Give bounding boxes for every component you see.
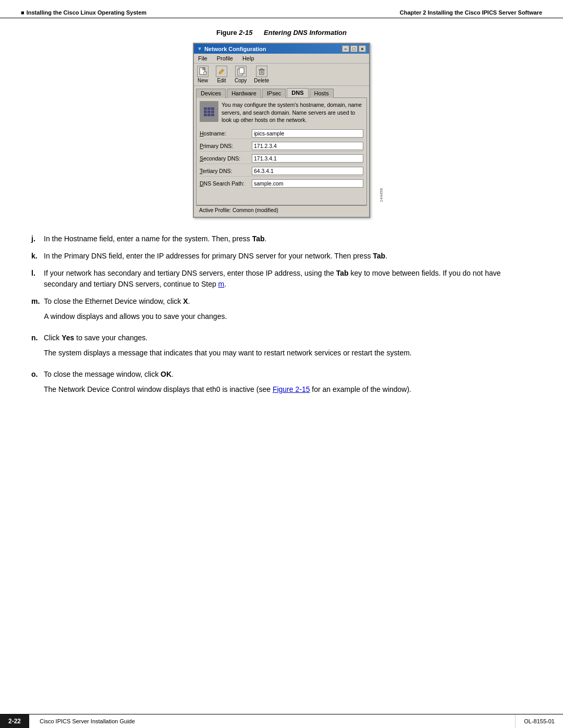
tab-dns[interactable]: DNS (287, 88, 308, 97)
step-l: l. If your network has secondary and ter… (31, 268, 532, 290)
delete-label: Delete (254, 78, 269, 83)
window-menubar: File Profile Help (194, 54, 369, 64)
tab-devices[interactable]: Devices (196, 89, 226, 98)
info-description: You may configure the system's hostname,… (222, 101, 363, 124)
page-header: ■ Installing the Cisco Linux Operating S… (0, 0, 563, 18)
step-m-link[interactable]: m (218, 280, 225, 288)
tertiary-dns-row: Tertiary DNS: (200, 166, 363, 177)
window-title: Network Configuration (204, 46, 266, 52)
step-l-letter: l. (31, 268, 40, 290)
step-n-content: Click Yes to save your changes. The syst… (44, 332, 532, 363)
figure-number: Figure (216, 29, 239, 36)
step-k-content: In the Primary DNS field, enter the IP a… (44, 251, 532, 262)
window-tabs: Devices Hardware IPsec DNS Hosts (194, 86, 369, 97)
menu-file[interactable]: File (196, 55, 210, 62)
edit-label: Edit (217, 78, 226, 83)
netconfig-window: ▼ Network Configuration − □ × File Profi… (193, 43, 370, 218)
dns-search-row: DNS Search Path: (200, 178, 363, 189)
window-titlebar: ▼ Network Configuration − □ × (194, 44, 369, 54)
figure-number-value: 2-15 (239, 29, 252, 36)
window-statusbar: Active Profile: Common (modified) (196, 205, 367, 215)
tertiary-dns-input[interactable] (252, 167, 363, 175)
hostname-row: Hostname: (200, 128, 363, 139)
step-n: n. Click Yes to save your changes. The s… (31, 332, 532, 363)
delete-button[interactable]: Delete (254, 66, 269, 83)
step-k-letter: k. (31, 251, 40, 262)
menu-help[interactable]: Help (240, 55, 256, 62)
hostname-input[interactable] (252, 129, 363, 138)
step-m-content: To close the Ethernet Device window, cli… (44, 296, 532, 326)
footer-title: Cisco IPICS Server Installation Guide (29, 714, 515, 728)
tab-hardware[interactable]: Hardware (227, 89, 261, 98)
figure-side-number: 144458 (379, 188, 384, 202)
step-j-letter: j. (31, 233, 40, 244)
primary-dns-label: Primary DNS: (200, 143, 252, 149)
info-icon (200, 101, 218, 122)
section-header-text: ■ Installing the Cisco Linux Operating S… (21, 9, 146, 16)
secondary-dns-input[interactable] (252, 154, 363, 163)
window-controls: − □ × (342, 45, 366, 52)
new-icon (197, 66, 209, 77)
tab-content-dns: You may configure the system's hostname,… (196, 97, 367, 205)
status-text: Active Profile: Common (modified) (199, 207, 278, 213)
window-toolbar: New Edit (194, 64, 369, 86)
edit-button[interactable]: Edit (216, 66, 227, 83)
step-m-letter: m. (31, 296, 40, 326)
hostname-label: Hostname: (200, 130, 252, 137)
edit-icon (216, 66, 227, 77)
primary-dns-input[interactable] (252, 142, 363, 150)
step-j: j. In the Hostname field, enter a name f… (31, 233, 532, 244)
copy-icon (235, 66, 247, 77)
step-j-content: In the Hostname field, enter a name for … (44, 233, 532, 244)
main-content: Figure 2-15 Entering DNS Information ▼ N… (0, 18, 563, 418)
maximize-button[interactable]: □ (350, 45, 358, 52)
figure-2-15-link[interactable]: Figure 2-15 (273, 385, 310, 393)
chapter-header-text: Chapter 2 Installing the Cisco IPICS Ser… (400, 9, 542, 16)
minimize-button[interactable]: − (342, 45, 349, 52)
step-k: k. In the Primary DNS field, enter the I… (31, 251, 532, 262)
secondary-dns-label: Secondary DNS: (200, 155, 252, 162)
step-o: o. To close the message window, click OK… (31, 369, 532, 399)
secondary-dns-row: Secondary DNS: (200, 153, 363, 164)
step-l-content: If your network has secondary and tertia… (44, 268, 532, 290)
svg-rect-9 (260, 70, 264, 75)
copy-button[interactable]: Copy (235, 66, 247, 83)
footer-doc-num: OL-8155-01 (515, 714, 563, 728)
tab-hosts[interactable]: Hosts (310, 89, 334, 98)
close-button[interactable]: × (359, 45, 366, 52)
title-arrow-icon: ▼ (197, 46, 202, 52)
info-banner: You may configure the system's hostname,… (200, 101, 363, 124)
step-o-letter: o. (31, 369, 40, 399)
new-label: New (198, 78, 208, 83)
body-text: j. In the Hostname field, enter a name f… (31, 233, 532, 399)
step-o-content: To close the message window, click OK. T… (44, 369, 532, 399)
dns-search-label: DNS Search Path: (200, 180, 252, 187)
step-m: m. To close the Ethernet Device window, … (31, 296, 532, 326)
page-number: 2-22 (0, 714, 29, 728)
tab-ipsec[interactable]: IPsec (262, 89, 286, 98)
menu-profile[interactable]: Profile (215, 55, 235, 62)
figure-caption: Figure 2-15 Entering DNS Information (31, 29, 532, 36)
new-button[interactable]: New (197, 66, 209, 83)
delete-icon (256, 66, 267, 77)
primary-dns-row: Primary DNS: (200, 141, 363, 152)
tertiary-dns-label: Tertiary DNS: (200, 168, 252, 174)
section-bullet: ■ (21, 9, 25, 16)
svg-rect-8 (239, 68, 244, 73)
figure-caption-text: Entering DNS Information (264, 29, 347, 36)
copy-label: Copy (235, 78, 247, 83)
step-n-letter: n. (31, 332, 40, 363)
dns-search-input[interactable] (252, 179, 363, 188)
page-footer: 2-22 Cisco IPICS Server Installation Gui… (0, 714, 563, 728)
figure-caption-spacer (254, 29, 262, 36)
